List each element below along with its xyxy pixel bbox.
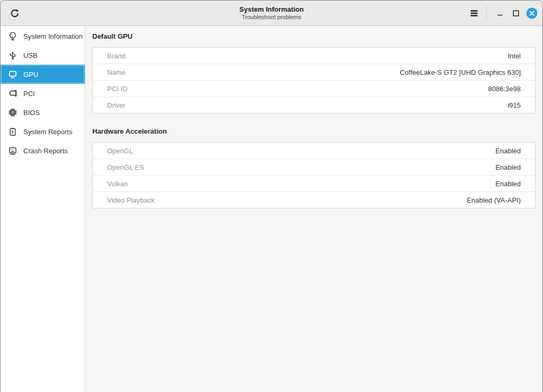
table-row: Driver i915 xyxy=(93,97,535,113)
row-value: Enabled xyxy=(495,163,521,171)
sidebar-item-pci[interactable]: PCI xyxy=(1,84,85,103)
maximize-icon xyxy=(512,9,520,18)
sidebar-item-crash-reports[interactable]: Crash Reports xyxy=(1,141,85,160)
sidebar-item-gpu[interactable]: GPU xyxy=(1,65,85,84)
bulb-icon xyxy=(8,31,17,41)
row-label: PCI ID xyxy=(107,85,127,93)
row-value: CoffeeLake-S GT2 [UHD Graphics 630] xyxy=(400,68,521,76)
clipboard-alert-icon xyxy=(8,127,17,136)
monitor-icon xyxy=(8,69,17,79)
close-circle-x-icon xyxy=(526,7,538,19)
row-label: Driver xyxy=(107,101,126,109)
window-controls xyxy=(466,5,542,21)
default-gpu-table: Brand Intel Name CoffeeLake-S GT2 [UHD G… xyxy=(92,47,536,114)
row-label: Name xyxy=(107,68,126,76)
table-row: Name CoffeeLake-S GT2 [UHD Graphics 630] xyxy=(93,64,535,81)
row-value: i915 xyxy=(507,101,521,109)
table-row: Vulkan Enabled xyxy=(93,176,535,192)
row-value: Enabled xyxy=(495,180,521,188)
sidebar: System Information USB xyxy=(1,26,85,392)
minimize-icon xyxy=(496,9,504,18)
sidebar-item-usb[interactable]: USB xyxy=(1,46,85,65)
content-pane: Default GPU Brand Intel Name CoffeeLake-… xyxy=(85,26,542,392)
sidebar-item-label: System Information xyxy=(23,32,83,40)
sidebar-item-system-reports[interactable]: System Reports xyxy=(1,122,85,141)
chip-icon xyxy=(8,108,17,117)
sidebar-item-label: BIOS xyxy=(23,109,40,117)
crash-face-icon xyxy=(8,146,17,155)
sidebar-item-label: Crash Reports xyxy=(23,147,68,155)
row-value: Intel xyxy=(507,52,521,60)
sidebar-item-bios[interactable]: BIOS xyxy=(1,103,85,122)
titlebar-separator xyxy=(486,5,487,21)
sidebar-item-label: System Reports xyxy=(23,128,72,136)
maximize-button[interactable] xyxy=(509,6,523,20)
minimize-button[interactable] xyxy=(493,6,507,20)
menu-button[interactable] xyxy=(466,5,482,21)
table-row: OpenGL ES Enabled xyxy=(93,159,535,176)
row-value: Enabled (VA-API) xyxy=(467,196,521,204)
refresh-icon xyxy=(10,8,20,19)
row-label: Video Playback xyxy=(107,196,154,204)
hamburger-icon xyxy=(470,9,478,18)
table-row: Brand Intel xyxy=(93,48,535,64)
app-window: System Information Troubleshoot problems xyxy=(0,0,543,392)
window-subtitle: Troubleshoot problems xyxy=(242,14,301,21)
row-label: Brand xyxy=(107,52,126,60)
row-value: 8086:3e98 xyxy=(488,85,521,93)
hardware-acceleration-table: OpenGL Enabled OpenGL ES Enabled Vulkan … xyxy=(92,142,536,208)
close-button[interactable] xyxy=(525,6,539,20)
row-label: OpenGL xyxy=(107,147,133,155)
titlebar-title-block: System Information Troubleshoot problems xyxy=(1,1,542,25)
sidebar-item-label: USB xyxy=(23,51,38,59)
usb-icon xyxy=(8,50,17,60)
window-title: System Information xyxy=(239,5,303,13)
section-title-hardware-acceleration: Hardware Acceleration xyxy=(92,127,536,136)
table-row: OpenGL Enabled xyxy=(93,143,535,159)
sidebar-item-label: GPU xyxy=(23,71,38,79)
table-row: Video Playback Enabled (VA-API) xyxy=(93,192,535,208)
row-value: Enabled xyxy=(495,147,521,155)
sidebar-item-system-information[interactable]: System Information xyxy=(1,27,85,46)
row-label: Vulkan xyxy=(107,180,128,188)
row-label: OpenGL ES xyxy=(107,163,144,171)
main-area: System Information USB xyxy=(1,26,542,392)
table-row: PCI ID 8086:3e98 xyxy=(93,81,535,97)
pci-card-icon xyxy=(8,89,17,98)
refresh-button[interactable] xyxy=(6,4,24,22)
section-title-default-gpu: Default GPU xyxy=(92,32,536,41)
sidebar-item-label: PCI xyxy=(23,90,35,98)
titlebar: System Information Troubleshoot problems xyxy=(1,1,542,26)
